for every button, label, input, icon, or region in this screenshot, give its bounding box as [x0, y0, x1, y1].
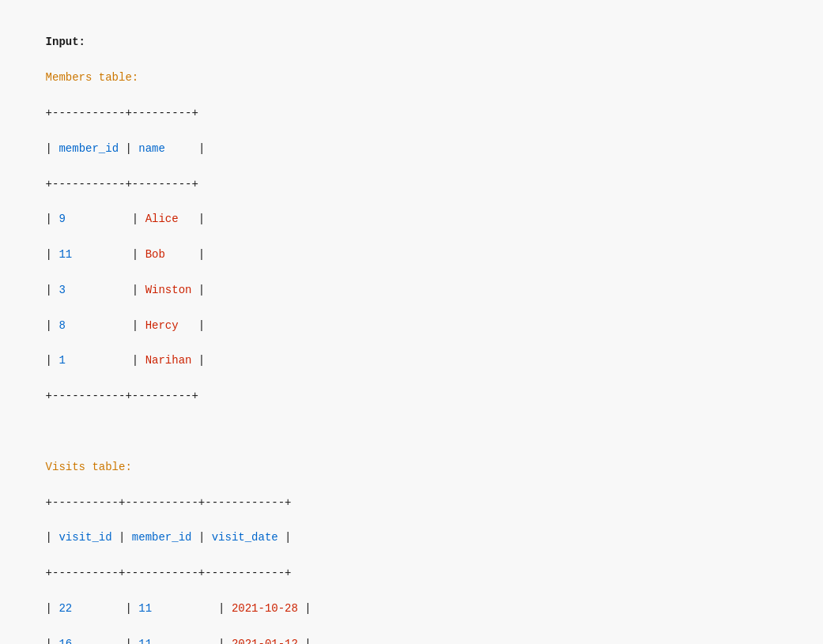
visits-sep1: +----------+-----------+------------+ — [46, 496, 292, 509]
members-header-row: | member_id | name | — [46, 142, 206, 155]
members-sep1: +-----------+---------+ — [46, 107, 198, 119]
input-label: Input: — [46, 36, 85, 48]
visits-header-row: | visit_id | member_id | visit_date | — [46, 531, 292, 544]
members-row-5: | 1 | Narihan | — [46, 354, 206, 367]
members-row-3: | 3 | Winston | — [46, 284, 206, 296]
content-block: Input: Members table: +-----------+-----… — [19, 16, 804, 644]
members-label: Members table: — [46, 71, 139, 84]
members-row-2: | 11 | Bob | — [46, 248, 206, 261]
visits-row-1: | 22 | 11 | 2021-10-28 | — [46, 602, 311, 615]
visits-row-2: | 16 | 11 | 2021-01-12 | — [46, 638, 311, 644]
main-content: Input: Members table: +-----------+-----… — [0, 0, 823, 644]
members-sep3: +-----------+---------+ — [46, 390, 198, 402]
visits-label: Visits table: — [46, 461, 132, 473]
members-sep2: +-----------+---------+ — [46, 178, 198, 190]
members-row-4: | 8 | Hercy | — [46, 319, 206, 332]
visits-sep2: +----------+-----------+------------+ — [46, 567, 292, 579]
members-row-1: | 9 | Alice | — [46, 213, 206, 225]
